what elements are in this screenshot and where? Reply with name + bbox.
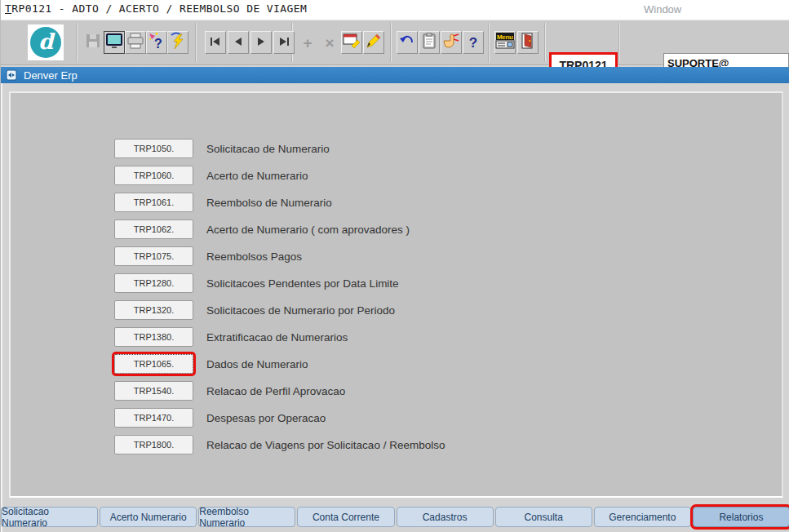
- toolbar-separator: [618, 23, 620, 62]
- help-wand-button[interactable]: ?: [146, 31, 167, 54]
- save-icon: [85, 33, 101, 52]
- report-code-button[interactable]: TRP1800.: [114, 435, 193, 454]
- save-button[interactable]: [82, 31, 104, 54]
- bottom-tab[interactable]: Consulta: [495, 507, 592, 527]
- bottom-tab[interactable]: Cadastros: [397, 507, 494, 527]
- bottom-tab[interactable]: Gerenciamento: [594, 507, 691, 527]
- nav-first-button[interactable]: [205, 31, 226, 54]
- report-code-button[interactable]: TRP1050.: [114, 139, 193, 158]
- toolbar: d ?: [1, 20, 789, 65]
- tab-label: Consulta: [525, 512, 563, 523]
- report-menu-row: TRP1470. Despesas por Operacao: [114, 408, 445, 428]
- toolbar-separator: [488, 23, 490, 62]
- menu-button[interactable]: Menu: [494, 31, 516, 54]
- nav-last-button[interactable]: [273, 31, 295, 54]
- tab-label: Reembolso Numerario: [199, 506, 295, 529]
- add-record-button[interactable]: +: [297, 31, 318, 54]
- report-label: Solicitacao de Numerario: [206, 143, 330, 155]
- report-code-button[interactable]: TRP1062.: [114, 219, 193, 239]
- report-code-button[interactable]: TRP1380.: [114, 327, 193, 347]
- bottom-tab[interactable]: Relatorios: [693, 507, 789, 527]
- svg-text:Menu: Menu: [497, 33, 513, 41]
- undo-icon: [399, 33, 415, 51]
- nav-last-icon: [278, 35, 290, 50]
- report-code-button[interactable]: TRP1280.: [114, 273, 193, 293]
- report-menu-row: TRP1061. Reembolso de Numerario: [114, 193, 445, 212]
- report-menu-row: TRP1320. Solicitacoes de Numerario por P…: [114, 300, 445, 320]
- help-button[interactable]: ?: [463, 31, 484, 54]
- edit-screen-button[interactable]: [341, 31, 362, 54]
- print-button[interactable]: [125, 31, 146, 54]
- report-menu-row: TRP1540. Relacao de Perfil Aprovacao: [114, 381, 445, 401]
- toolbar-separator: [195, 23, 197, 62]
- denver-logo: d: [28, 24, 64, 60]
- report-menu-row: TRP1050. Solicitacao de Numerario: [114, 139, 445, 158]
- program-title: TRP0121 - ADTO / ACERTO / REEMBOLSO DE V…: [5, 2, 307, 15]
- edit-screen-icon: [343, 32, 361, 53]
- nav-first-icon: [210, 35, 221, 50]
- report-code-button[interactable]: TRP1470.: [114, 408, 193, 428]
- program-title-rest: RP0121 - ADTO / ACERTO / REEMBOLSO DE VI…: [11, 2, 307, 15]
- bottom-tab[interactable]: Conta Corrente: [297, 507, 394, 527]
- toolbar-separator: [544, 23, 546, 62]
- menu-bar: TRP0121 - ADTO / ACERTO / REEMBOLSO DE V…: [1, 0, 789, 20]
- report-code-button[interactable]: TRP1060.: [114, 166, 193, 185]
- hand-cut-icon: [442, 33, 460, 52]
- svg-text:?: ?: [154, 37, 162, 51]
- tab-label: Gerenciamento: [609, 512, 676, 523]
- delete-record-button[interactable]: ×: [319, 31, 340, 54]
- cut-button[interactable]: [441, 31, 462, 54]
- report-label: Extratificacao de Numerarios: [206, 331, 348, 344]
- toolbar-separator: [76, 23, 78, 62]
- bottom-tab[interactable]: Acerto Numerario: [100, 507, 197, 527]
- report-label: Acerto de Numerario ( com aprovadores ): [206, 224, 410, 236]
- report-label: Dados de Numerario: [206, 358, 308, 370]
- nav-prev-button[interactable]: [228, 31, 249, 54]
- report-code-button[interactable]: TRP1075.: [114, 246, 193, 266]
- nav-next-button[interactable]: [250, 31, 272, 54]
- nav-next-icon: [256, 35, 266, 50]
- menu-icon: Menu: [495, 32, 515, 53]
- report-code-button[interactable]: TRP1320.: [114, 300, 193, 320]
- help-icon: ?: [469, 36, 477, 50]
- delete-icon: ×: [325, 35, 334, 51]
- undo-button[interactable]: [397, 31, 418, 54]
- report-menu-row: TRP1075. Reembolsos Pagos: [114, 246, 445, 266]
- report-label: Solicitacoes Pendentes por Data Limite: [206, 277, 399, 290]
- report-menu-row: TRP1062. Acerto de Numerario ( com aprov…: [114, 219, 445, 239]
- nav-prev-icon: [233, 35, 243, 50]
- report-label: Solicitacoes de Numerario por Periodo: [206, 304, 395, 317]
- report-menu-row: TRP1060. Acerto de Numerario: [114, 166, 445, 185]
- report-label: Acerto de Numerario: [206, 170, 308, 182]
- bottom-tab[interactable]: Reembolso Numerario: [198, 507, 295, 527]
- lightning-icon: [169, 31, 187, 54]
- report-menu-row: TRP1800. Relacao de Viagens por Solicita…: [114, 435, 445, 454]
- application-window: TRP0121 - ADTO / ACERTO / REEMBOLSO DE V…: [0, 0, 789, 532]
- exit-button[interactable]: [517, 31, 539, 54]
- report-code-button[interactable]: TRP1065.: [114, 354, 193, 374]
- report-code-button[interactable]: TRP1061.: [114, 193, 193, 212]
- toolbar-separator: [390, 23, 392, 62]
- report-menu-row: TRP1065. Dados de Numerario: [114, 354, 445, 374]
- window-title: Denver Erp: [24, 69, 78, 82]
- execute-button[interactable]: [167, 31, 188, 54]
- report-code-button[interactable]: TRP1540.: [114, 381, 193, 401]
- paste-button[interactable]: [419, 31, 440, 54]
- denver-logo-icon: d: [30, 27, 61, 58]
- pencil-icon: [365, 32, 383, 53]
- add-icon: +: [303, 35, 312, 51]
- report-label: Reembolso de Numerario: [206, 197, 332, 209]
- report-label: Reembolsos Pagos: [206, 250, 302, 263]
- bottom-tab[interactable]: Solicitacao Numerario: [1, 507, 98, 527]
- report-menu-list: TRP1050. Solicitacao de Numerario TRP106…: [114, 139, 445, 454]
- menu-item-window[interactable]: Window: [644, 3, 681, 16]
- report-menu-row: TRP1380. Extratificacao de Numerarios: [114, 327, 445, 347]
- tab-label: Conta Corrente: [312, 512, 379, 523]
- screen-button[interactable]: [104, 31, 125, 54]
- report-label: Despesas por Operacao: [206, 412, 326, 424]
- tab-label: Relatorios: [719, 512, 763, 523]
- edit-pencil-button[interactable]: [363, 31, 384, 54]
- clipboard-icon: [422, 33, 437, 52]
- content-area: TRP1050. Solicitacao de Numerario TRP106…: [1, 83, 789, 532]
- program-title-accel: T: [5, 2, 11, 15]
